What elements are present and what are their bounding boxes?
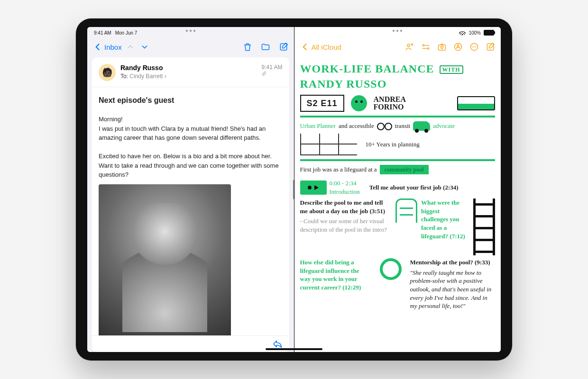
mail-body: Next episode's guest Morning! I was put … [92, 87, 289, 335]
note-title: WORK-LIFE BALANCE WITH RANDY RUSSO [300, 61, 496, 92]
recipients-line[interactable]: To: Cindy Barrett › [120, 72, 166, 80]
split-view-divider[interactable] [293, 180, 295, 199]
svg-point-9 [472, 46, 473, 47]
bus-doodle-icon [457, 96, 495, 110]
mail-reply-bar [92, 335, 289, 352]
svg-point-3 [423, 45, 424, 46]
note-text: 10+ Years in planning [366, 140, 420, 149]
mail-message-card: 🧑🏿 Randy Russo To: Cindy Barrett › 9:41 … [92, 57, 289, 352]
new-note-icon[interactable] [486, 42, 495, 52]
notes-toolbar: All iCloud [294, 36, 501, 57]
note-text: How else did being a lifeguard influence… [300, 258, 371, 310]
svg-point-10 [474, 46, 475, 47]
home-indicator[interactable] [266, 348, 322, 350]
svg-rect-0 [280, 44, 286, 50]
play-clip-doodle-icon [300, 180, 327, 195]
notes-back-button[interactable]: All iCloud [300, 42, 341, 52]
svg-point-11 [475, 46, 476, 47]
svg-point-2 [411, 44, 413, 45]
note-text: First job was as a lifeguard at a commun… [300, 165, 496, 174]
more-icon[interactable] [469, 42, 479, 52]
mail-paragraph: Excited to have her on. Below is a bio a… [99, 152, 283, 180]
ipad-screen: 9:41 AM Mon Jun 7 100% Inbox [87, 27, 501, 352]
markup-icon[interactable] [453, 42, 463, 52]
face-doodle-icon [351, 95, 367, 111]
move-folder-icon[interactable] [261, 42, 270, 52]
bicycle-doodle-icon [377, 122, 392, 130]
note-text: Urban Planner and accessible transit adv… [300, 121, 496, 131]
prev-message-icon[interactable] [127, 43, 134, 51]
svg-point-1 [407, 44, 410, 46]
note-text: Mentorship at the pool? (9:33) [410, 258, 496, 267]
divider-sketch [300, 159, 496, 161]
guest-name: ANDREAFORINO [374, 96, 406, 111]
mail-back-label: Inbox [104, 43, 122, 51]
notes-back-label: All iCloud [312, 43, 341, 51]
status-bar: 9:41 AM Mon Jun 7 100% [87, 27, 501, 37]
sender-name[interactable]: Randy Russo [120, 64, 166, 72]
attachment-icon [261, 71, 267, 76]
divider-sketch [300, 116, 496, 117]
chevron-left-icon [300, 42, 310, 52]
ipad-frame: 9:41 AM Mon Jun 7 100% Inbox [76, 18, 512, 361]
camera-icon[interactable] [437, 42, 447, 52]
note-canvas[interactable]: WORK-LIFE BALANCE WITH RANDY RUSSO S2 E1… [294, 57, 501, 352]
collaborate-icon[interactable] [405, 42, 414, 52]
wifi-icon [459, 30, 466, 35]
note-text: Tell me about your first job (2:34) [369, 183, 459, 192]
mail-paragraph: I was put in touch with Clara by a mutua… [99, 124, 283, 143]
pool-ladder-doodle-icon [395, 199, 417, 223]
episode-tag: S2 E11 [300, 95, 344, 112]
note-text: 0:00 - 2:34Introduction [330, 179, 360, 196]
message-time: 9:41 AM [261, 64, 282, 71]
life-ring-doodle-icon [380, 258, 402, 280]
note-text: Describe the pool to me and tell me abou… [300, 199, 387, 215]
note-quote: "She really taught me how to problem-sol… [410, 269, 496, 310]
inline-attachment-photo[interactable] [99, 184, 231, 335]
svg-rect-5 [439, 45, 446, 50]
mail-app-pane: Inbox 🧑🏿 [87, 27, 294, 352]
mail-toolbar: Inbox [87, 36, 294, 57]
mail-header: 🧑🏿 Randy Russo To: Cindy Barrett › 9:41 … [92, 57, 289, 87]
highlight-tag: community pool [380, 165, 429, 174]
mail-back-button[interactable]: Inbox [93, 42, 122, 52]
reply-icon[interactable] [272, 339, 283, 349]
notes-app-pane: All iCloud WORK-LIFE BALANCE [294, 27, 501, 352]
compose-icon[interactable] [279, 42, 288, 52]
trash-icon[interactable] [243, 42, 252, 52]
sender-avatar[interactable]: 🧑🏿 [99, 64, 116, 81]
note-text: What were the biggest challenges you fac… [421, 199, 467, 240]
mail-paragraph: Morning! [99, 115, 283, 124]
mail-subject: Next episode's guest [99, 95, 283, 106]
next-message-icon[interactable] [141, 43, 148, 51]
toggle-toolbar-icon[interactable] [421, 42, 431, 52]
chevron-left-icon [93, 42, 102, 52]
status-date: Mon Jun 7 [115, 30, 138, 36]
battery-percent: 100% [469, 30, 481, 36]
lifeguard-chair-doodle-icon [473, 199, 495, 255]
svg-point-4 [427, 48, 429, 49]
battery-icon [484, 30, 494, 36]
status-time: 9:41 AM [94, 30, 111, 36]
svg-point-6 [441, 46, 443, 48]
street-grid-doodle-icon [300, 134, 357, 155]
chevron-right-icon: › [165, 72, 166, 80]
car-doodle-icon [413, 121, 430, 131]
svg-rect-12 [487, 44, 493, 50]
note-text: - Could we use some of her visual descri… [300, 217, 387, 234]
